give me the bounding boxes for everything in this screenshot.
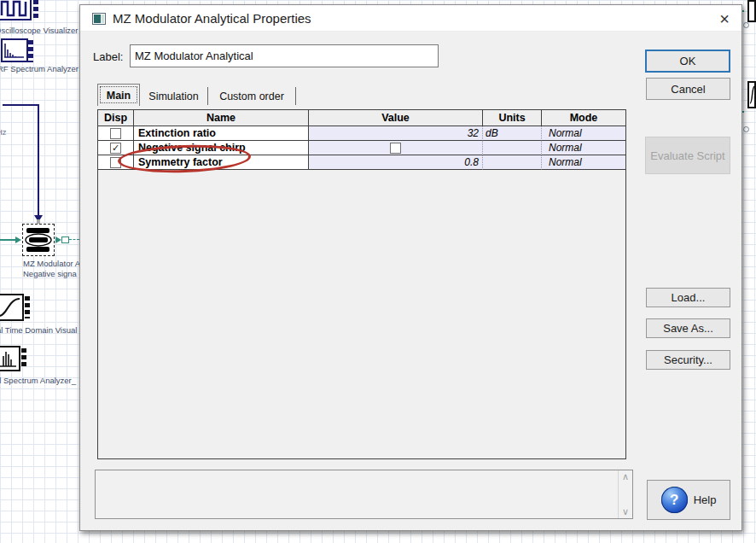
oscilloscope-label: Oscilloscope Visualizer [0, 26, 79, 35]
dialog-titlebar[interactable]: MZ Modulator Analytical Properties × [80, 5, 741, 32]
table-row-symmetry-factor: Symmetry factor 0.8 Normal [98, 155, 625, 170]
param-units-extinction-ratio: dB [483, 126, 542, 141]
header-mode: Mode [542, 110, 625, 126]
security-button[interactable]: Security... [646, 350, 730, 370]
optical-spectrum-analyzer-component[interactable] [0, 346, 20, 375]
optical-spectrum-icon [0, 346, 20, 371]
optical-spectrum-label: al Spectrum Analyzer_ [0, 376, 76, 385]
rf-spectrum-ports-icon [28, 40, 33, 62]
param-value-extinction-ratio[interactable]: 32 [309, 126, 483, 141]
time-domain-icon [0, 294, 24, 321]
param-mode-extinction-ratio[interactable]: Normal [542, 126, 625, 141]
time-domain-visualizer-component[interactable] [0, 294, 24, 324]
right-partial-component-top [747, 0, 756, 22]
load-button[interactable]: Load... [646, 288, 730, 307]
param-units-negative-signal-chirp [483, 141, 542, 155]
rf-spectrum-icon [1, 38, 28, 62]
mz-component-label-line1: MZ Modulator A [23, 259, 80, 268]
mz-modulator-properties-dialog: MZ Modulator Analytical Properties × Lab… [79, 4, 742, 531]
mz-component-label-line2: Negative signa [23, 269, 77, 278]
disp-checkbox-extinction-ratio[interactable] [110, 128, 121, 139]
disp-checkbox-negative-signal-chirp[interactable]: ✓ [110, 143, 121, 154]
param-units-symmetry-factor [483, 155, 542, 170]
right-port-circle-mid-icon [743, 126, 749, 132]
mz-modulator-component[interactable] [22, 224, 55, 256]
ok-button[interactable]: OK [645, 50, 730, 73]
header-value: Value [309, 110, 483, 126]
time-domain-ports-icon [25, 296, 30, 318]
param-value-symmetry-factor[interactable]: 0.8 [309, 155, 483, 170]
param-mode-symmetry-factor[interactable]: Normal [542, 155, 625, 170]
mz-output-dashed-wire [69, 239, 79, 240]
save-as-button[interactable]: Save As... [646, 318, 730, 338]
disp-checkbox-symmetry-factor[interactable] [110, 157, 121, 168]
table-row-extinction-ratio: Extinction ratio 32 dB Normal [98, 126, 625, 141]
label-caption: Label: [93, 50, 123, 63]
mz-output-arrow-icon [55, 236, 61, 243]
signal-wire-horizontal [3, 104, 38, 106]
oscilloscope-icon [0, 0, 32, 20]
mz-modulator-icon [23, 225, 54, 255]
right-partial-component-mid [747, 81, 756, 108]
description-box[interactable]: ∧ ∨ [95, 470, 633, 519]
rf-spectrum-analyzer-component[interactable] [1, 38, 28, 66]
dialog-titlebar-icon [92, 12, 106, 26]
right-port-circle-top-icon [743, 22, 749, 28]
description-scrollbar[interactable]: ∧ ∨ [618, 470, 632, 518]
param-name-symmetry-factor: Symmetry factor [134, 155, 309, 170]
hz-label: Hz [0, 127, 7, 137]
header-disp: Disp [98, 110, 134, 126]
oscilloscope-ports-icon [33, 0, 38, 20]
help-question-icon: ? [661, 487, 688, 513]
evaluate-script-button: Evaluate Script [645, 137, 730, 174]
mz-output-port-icon [61, 236, 69, 243]
value-checkbox-negative-signal-chirp[interactable] [390, 143, 401, 154]
param-mode-negative-signal-chirp[interactable]: Normal [542, 141, 625, 155]
parameter-table-header: Disp Name Value Units Mode [98, 110, 625, 126]
parameter-table: Disp Name Value Units Mode Extinction ra… [97, 109, 626, 459]
scroll-down-icon[interactable]: ∨ [622, 507, 629, 517]
close-icon[interactable]: × [707, 7, 741, 31]
mz-input-wire [0, 239, 17, 241]
label-input[interactable] [130, 44, 439, 67]
param-name-negative-signal-chirp: Negative signal chirp [134, 141, 309, 155]
header-units: Units [483, 110, 542, 126]
dialog-title: MZ Modulator Analytical Properties [113, 11, 311, 26]
tab-custom-order[interactable]: Custom order [208, 87, 296, 105]
optical-spectrum-ports-icon [21, 348, 26, 369]
time-domain-label: al Time Domain Visual [0, 325, 77, 335]
signal-wire-vertical [38, 104, 39, 216]
help-button[interactable]: ? Help [647, 480, 730, 520]
tab-simulation[interactable]: Simulation [140, 87, 208, 105]
rf-spectrum-label: RF Spectrum Analyzer [0, 64, 79, 73]
help-button-label: Help [694, 493, 717, 506]
mz-input-arrow-icon [15, 236, 21, 243]
header-name: Name [134, 110, 309, 126]
tab-main[interactable]: Main [97, 84, 140, 106]
oscilloscope-visualizer-component[interactable] [0, 0, 32, 24]
param-name-extinction-ratio: Extinction ratio [134, 126, 309, 141]
table-row-negative-signal-chirp: ✓ Negative signal chirp Normal [98, 141, 625, 155]
app-canvas: { "canvas": { "labels": { "oscilloscope"… [0, 0, 756, 543]
scroll-up-icon[interactable]: ∧ [622, 472, 629, 482]
cancel-button[interactable]: Cancel [646, 78, 730, 100]
